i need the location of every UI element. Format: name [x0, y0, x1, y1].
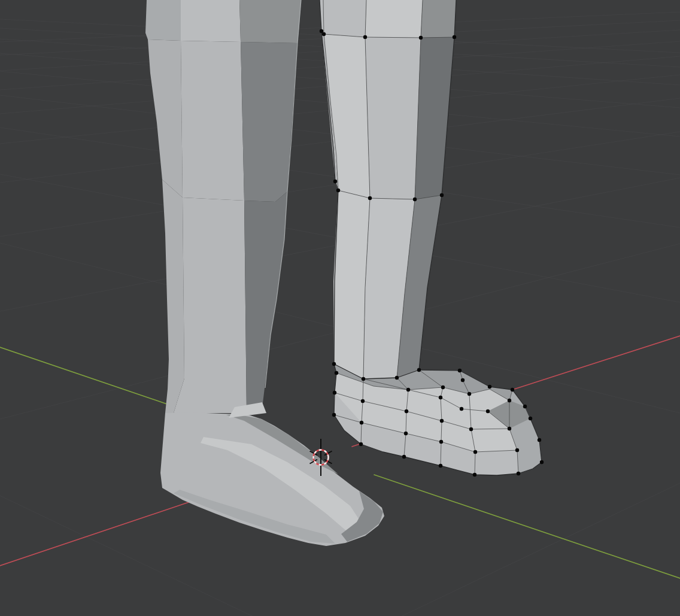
mesh-vertex[interactable] — [417, 368, 421, 372]
mesh-vertex[interactable] — [517, 472, 520, 475]
mesh-vertex[interactable] — [363, 35, 367, 39]
mesh-vertex[interactable] — [523, 405, 527, 408]
mesh-vertex[interactable] — [540, 460, 544, 464]
mesh-vertex[interactable] — [461, 378, 465, 382]
mesh-vertex[interactable] — [322, 32, 326, 36]
mesh-vertex[interactable] — [362, 377, 365, 381]
mesh-vertex[interactable] — [469, 427, 473, 431]
mesh-vertex[interactable] — [538, 438, 541, 442]
mesh-vertex[interactable] — [511, 388, 514, 392]
mesh-vertex[interactable] — [440, 193, 444, 197]
mesh-vertex[interactable] — [508, 427, 511, 430]
mesh-vertex[interactable] — [404, 432, 408, 435]
mesh-vertex[interactable] — [508, 399, 511, 402]
mesh-vertex[interactable] — [368, 196, 372, 200]
mesh-vertex[interactable] — [406, 388, 410, 392]
mesh-vertex[interactable] — [453, 35, 456, 39]
mesh-facet[interactable] — [365, 37, 421, 199]
mesh-vertex[interactable] — [515, 448, 519, 452]
mesh-vertex[interactable] — [413, 198, 417, 201]
mesh-vertex[interactable] — [395, 376, 399, 380]
mesh-facet[interactable] — [421, 0, 456, 38]
mesh-facet[interactable] — [365, 0, 423, 38]
mesh-vertex[interactable] — [439, 464, 442, 468]
mesh-vertex[interactable] — [333, 391, 336, 395]
mesh-vertex[interactable] — [336, 189, 340, 192]
mesh-facet[interactable] — [174, 198, 247, 413]
mesh-vertex[interactable] — [360, 421, 363, 424]
mesh-vertex[interactable] — [405, 409, 408, 413]
mesh-facet[interactable] — [181, 0, 241, 42]
mesh-vertex[interactable] — [419, 36, 423, 40]
mesh-facet[interactable] — [239, 0, 301, 43]
mesh-vertex[interactable] — [439, 396, 442, 399]
mesh-facet[interactable] — [145, 0, 181, 41]
mesh-vertex[interactable] — [439, 440, 443, 444]
3d-viewport[interactable] — [0, 0, 680, 616]
mesh-vertex[interactable] — [473, 450, 477, 454]
mesh-vertex[interactable] — [333, 180, 337, 183]
mesh-vertex[interactable] — [488, 385, 491, 389]
mesh-vertex[interactable] — [486, 409, 490, 413]
mesh-facet[interactable] — [320, 0, 366, 37]
mesh-vertex[interactable] — [468, 392, 471, 396]
mesh-vertex[interactable] — [460, 407, 463, 411]
mesh-vertex[interactable] — [361, 399, 365, 403]
mesh-vertex[interactable] — [473, 473, 476, 477]
mesh-vertex[interactable] — [402, 455, 406, 459]
mesh-facet[interactable] — [181, 41, 244, 201]
viewport-canvas[interactable] — [0, 0, 680, 616]
mesh-vertex[interactable] — [458, 369, 462, 372]
mesh-vertex[interactable] — [320, 29, 323, 33]
mesh-vertex[interactable] — [332, 362, 336, 366]
mesh-vertex[interactable] — [359, 442, 363, 446]
mesh-vertex[interactable] — [332, 413, 336, 417]
mesh-vertex[interactable] — [335, 371, 338, 375]
mesh-vertex[interactable] — [440, 419, 444, 423]
mesh-vertex[interactable] — [529, 417, 532, 420]
mesh-vertex[interactable] — [441, 386, 445, 389]
